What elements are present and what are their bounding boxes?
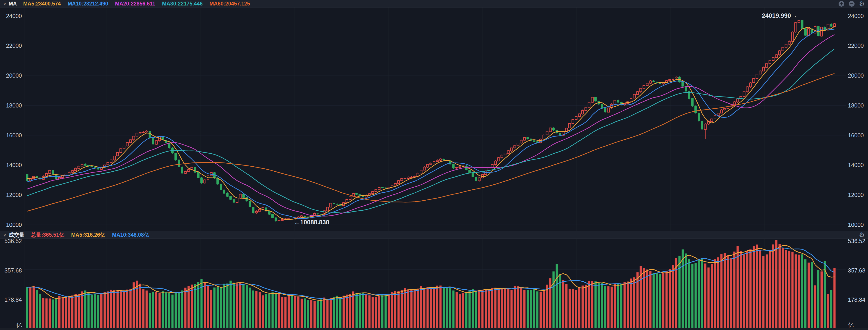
kline-app: 2400024000220002200020000200001800018000… [0, 0, 868, 330]
volume-bars [26, 240, 835, 328]
high-annotation: 24019.990→ [762, 12, 797, 19]
volume-legend-total: 总量:365.51亿 [31, 232, 64, 239]
price-ma10-line [27, 29, 835, 219]
collapse-price-pane-icon[interactable]: ∨ [3, 2, 6, 6]
collapse-volume-pane-icon[interactable]: ∨ [3, 233, 6, 237]
price-ma30-line [27, 49, 835, 213]
svg-text:12000: 12000 [6, 192, 22, 198]
svg-text:14000: 14000 [6, 162, 22, 168]
legend-ma30: MA30:22175.446 [162, 1, 203, 7]
svg-text:178.84: 178.84 [5, 296, 22, 303]
svg-text:10000: 10000 [6, 221, 22, 228]
price-pane-title: MA [9, 1, 17, 7]
zoom-out-icon[interactable] [848, 1, 855, 7]
svg-text:24000: 24000 [6, 13, 22, 19]
svg-text:22000: 22000 [6, 42, 22, 49]
legend-ma60: MA60:20457.125 [210, 1, 250, 7]
price-ma-lines [27, 26, 835, 219]
legend-ma20: MA20:22856.611 [115, 1, 155, 7]
volume-pane-header: ∨ 成交量 总量:365.51亿 MA5:316.26亿 MA10:348.08… [0, 231, 868, 239]
svg-text:20000: 20000 [848, 72, 864, 79]
svg-text:357.68: 357.68 [5, 267, 22, 274]
candles [26, 16, 835, 223]
svg-text:22000: 22000 [848, 42, 864, 49]
svg-text:亿: 亿 [848, 322, 854, 328]
bottom-bar [0, 328, 868, 330]
zoom-in-icon[interactable] [838, 1, 844, 7]
svg-text:20000: 20000 [6, 72, 22, 79]
legend-ma10: MA10:23212.490 [68, 1, 108, 7]
svg-text:536.52: 536.52 [848, 238, 865, 244]
svg-text:12000: 12000 [848, 192, 864, 198]
svg-text:10000: 10000 [848, 221, 864, 228]
price-ma20-line [27, 34, 835, 216]
price-settings-gear-icon[interactable]: ⚙ [859, 0, 865, 7]
svg-text:16000: 16000 [848, 132, 864, 139]
price-ma5-line [27, 26, 835, 219]
svg-text:18000: 18000 [848, 102, 864, 109]
volume-pane-title: 成交量 [9, 232, 24, 239]
volume-legend-ma10: MA10:348.08亿 [112, 232, 149, 239]
volume-legend-ma5: MA5:316.26亿 [71, 232, 105, 239]
svg-text:536.52: 536.52 [5, 238, 22, 244]
low-annotation: ←10088.830 [294, 219, 329, 226]
price-ma60-line [27, 73, 835, 211]
svg-text:24000: 24000 [848, 13, 864, 19]
price-pane-header: ∨ MA MA5:23400.574 MA10:23212.490 MA20:2… [0, 0, 868, 7]
gridlines [24, 7, 846, 328]
svg-text:178.84: 178.84 [848, 296, 866, 303]
svg-text:亿: 亿 [16, 322, 22, 328]
svg-text:16000: 16000 [6, 132, 22, 139]
chart-canvas[interactable]: 2400024000220002200020000200001800018000… [0, 0, 868, 330]
svg-text:14000: 14000 [848, 162, 864, 168]
legend-ma5: MA5:23400.574 [23, 1, 61, 7]
svg-text:18000: 18000 [6, 102, 22, 109]
volume-settings-gear-icon[interactable]: ⚙ [859, 232, 865, 238]
svg-text:357.68: 357.68 [848, 267, 865, 274]
